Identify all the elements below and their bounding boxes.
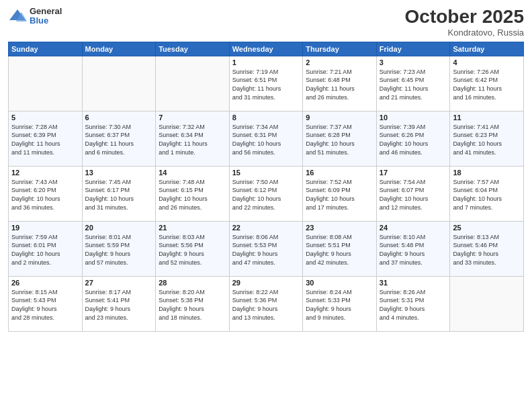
table-row: 20Sunrise: 8:01 AM Sunset: 5:59 PM Dayli… (82, 221, 156, 276)
day-number: 28 (159, 279, 226, 287)
day-info: Sunrise: 7:43 AM Sunset: 6:20 PM Dayligh… (11, 178, 79, 212)
table-row (82, 56, 156, 111)
day-number: 7 (159, 113, 226, 122)
table-row: 28Sunrise: 8:20 AM Sunset: 5:38 PM Dayli… (156, 276, 230, 331)
day-info: Sunrise: 7:57 AM Sunset: 6:04 PM Dayligh… (453, 178, 521, 212)
day-number: 4 (453, 58, 521, 66)
header-saturday: Saturday (450, 42, 524, 56)
day-info: Sunrise: 8:17 AM Sunset: 5:41 PM Dayligh… (85, 288, 153, 322)
table-row: 10Sunrise: 7:39 AM Sunset: 6:26 PM Dayli… (376, 111, 450, 166)
table-row: 31Sunrise: 8:26 AM Sunset: 5:31 PM Dayli… (376, 276, 450, 331)
day-info: Sunrise: 8:08 AM Sunset: 5:51 PM Dayligh… (306, 233, 373, 267)
day-number: 12 (11, 169, 79, 177)
table-row: 1Sunrise: 7:19 AM Sunset: 6:51 PM Daylig… (229, 56, 303, 111)
header-sunday: Sunday (9, 42, 83, 56)
month-title: October 2025 (405, 7, 524, 28)
table-row (9, 56, 83, 111)
day-number: 6 (85, 113, 153, 122)
calendar-week-5: 26Sunrise: 8:15 AM Sunset: 5:43 PM Dayli… (9, 276, 524, 331)
table-row: 15Sunrise: 7:50 AM Sunset: 6:12 PM Dayli… (229, 166, 303, 221)
table-row: 25Sunrise: 8:13 AM Sunset: 5:46 PM Dayli… (450, 221, 524, 276)
day-number: 26 (11, 279, 79, 287)
table-row: 23Sunrise: 8:08 AM Sunset: 5:51 PM Dayli… (303, 221, 377, 276)
table-row: 27Sunrise: 8:17 AM Sunset: 5:41 PM Dayli… (82, 276, 156, 331)
header-wednesday: Wednesday (229, 42, 303, 56)
day-info: Sunrise: 7:26 AM Sunset: 6:42 PM Dayligh… (453, 68, 521, 101)
day-info: Sunrise: 8:13 AM Sunset: 5:46 PM Dayligh… (453, 233, 521, 267)
day-number: 23 (306, 224, 373, 232)
calendar-week-3: 12Sunrise: 7:43 AM Sunset: 6:20 PM Dayli… (9, 166, 524, 221)
logo-icon (8, 7, 27, 26)
day-info: Sunrise: 8:24 AM Sunset: 5:33 PM Dayligh… (306, 288, 373, 322)
page-header: General Blue October 2025 Kondratovo, Ru… (8, 7, 524, 38)
table-row: 13Sunrise: 7:45 AM Sunset: 6:17 PM Dayli… (82, 166, 156, 221)
table-row: 29Sunrise: 8:22 AM Sunset: 5:36 PM Dayli… (229, 276, 303, 331)
table-row: 12Sunrise: 7:43 AM Sunset: 6:20 PM Dayli… (9, 166, 83, 221)
day-number: 10 (380, 113, 447, 122)
day-number: 3 (380, 58, 447, 66)
table-row: 8Sunrise: 7:34 AM Sunset: 6:31 PM Daylig… (229, 111, 303, 166)
day-number: 13 (85, 169, 153, 177)
day-info: Sunrise: 7:30 AM Sunset: 6:37 PM Dayligh… (85, 123, 153, 156)
day-info: Sunrise: 8:26 AM Sunset: 5:31 PM Dayligh… (380, 288, 447, 322)
logo-blue: Blue (30, 16, 62, 26)
day-info: Sunrise: 7:21 AM Sunset: 6:48 PM Dayligh… (306, 68, 373, 101)
day-info: Sunrise: 7:48 AM Sunset: 6:15 PM Dayligh… (159, 178, 226, 212)
day-info: Sunrise: 7:52 AM Sunset: 6:09 PM Dayligh… (306, 178, 373, 212)
table-row: 11Sunrise: 7:41 AM Sunset: 6:23 PM Dayli… (450, 111, 524, 166)
logo: General Blue (8, 7, 62, 26)
table-row: 6Sunrise: 7:30 AM Sunset: 6:37 PM Daylig… (82, 111, 156, 166)
table-row: 4Sunrise: 7:26 AM Sunset: 6:42 PM Daylig… (450, 56, 524, 111)
day-number: 14 (159, 169, 226, 177)
table-row: 7Sunrise: 7:32 AM Sunset: 6:34 PM Daylig… (156, 111, 230, 166)
table-row: 2Sunrise: 7:21 AM Sunset: 6:48 PM Daylig… (303, 56, 377, 111)
table-row: 14Sunrise: 7:48 AM Sunset: 6:15 PM Dayli… (156, 166, 230, 221)
day-number: 30 (306, 279, 373, 287)
calendar-header-row: Sunday Monday Tuesday Wednesday Thursday… (9, 42, 524, 56)
day-number: 8 (232, 113, 300, 122)
title-block: October 2025 Kondratovo, Russia (405, 7, 524, 38)
day-number: 9 (306, 113, 373, 122)
table-row: 22Sunrise: 8:06 AM Sunset: 5:53 PM Dayli… (229, 221, 303, 276)
table-row: 21Sunrise: 8:03 AM Sunset: 5:56 PM Dayli… (156, 221, 230, 276)
table-row: 5Sunrise: 7:28 AM Sunset: 6:39 PM Daylig… (9, 111, 83, 166)
day-number: 17 (380, 169, 447, 177)
calendar-week-1: 1Sunrise: 7:19 AM Sunset: 6:51 PM Daylig… (9, 56, 524, 111)
day-number: 11 (453, 113, 521, 122)
day-number: 22 (232, 224, 300, 232)
table-row: 16Sunrise: 7:52 AM Sunset: 6:09 PM Dayli… (303, 166, 377, 221)
day-info: Sunrise: 8:01 AM Sunset: 5:59 PM Dayligh… (85, 233, 153, 267)
calendar-week-4: 19Sunrise: 7:59 AM Sunset: 6:01 PM Dayli… (9, 221, 524, 276)
day-info: Sunrise: 8:15 AM Sunset: 5:43 PM Dayligh… (11, 288, 79, 322)
day-number: 31 (380, 279, 447, 287)
day-info: Sunrise: 7:32 AM Sunset: 6:34 PM Dayligh… (159, 123, 226, 156)
day-number: 1 (232, 58, 300, 66)
day-number: 18 (453, 169, 521, 177)
location: Kondratovo, Russia (405, 28, 524, 38)
day-number: 5 (11, 113, 79, 122)
day-info: Sunrise: 7:41 AM Sunset: 6:23 PM Dayligh… (453, 123, 521, 156)
day-info: Sunrise: 7:45 AM Sunset: 6:17 PM Dayligh… (85, 178, 153, 212)
day-info: Sunrise: 7:37 AM Sunset: 6:28 PM Dayligh… (306, 123, 373, 156)
header-monday: Monday (82, 42, 156, 56)
day-number: 29 (232, 279, 300, 287)
table-row: 24Sunrise: 8:10 AM Sunset: 5:48 PM Dayli… (376, 221, 450, 276)
day-number: 19 (11, 224, 79, 232)
day-number: 25 (453, 224, 521, 232)
day-number: 15 (232, 169, 300, 177)
table-row: 26Sunrise: 8:15 AM Sunset: 5:43 PM Dayli… (9, 276, 83, 331)
day-number: 21 (159, 224, 226, 232)
day-info: Sunrise: 7:34 AM Sunset: 6:31 PM Dayligh… (232, 123, 300, 156)
day-number: 27 (85, 279, 153, 287)
day-info: Sunrise: 7:28 AM Sunset: 6:39 PM Dayligh… (11, 123, 79, 156)
day-info: Sunrise: 8:03 AM Sunset: 5:56 PM Dayligh… (159, 233, 226, 267)
day-info: Sunrise: 8:10 AM Sunset: 5:48 PM Dayligh… (380, 233, 447, 267)
table-row: 9Sunrise: 7:37 AM Sunset: 6:28 PM Daylig… (303, 111, 377, 166)
table-row: 3Sunrise: 7:23 AM Sunset: 6:45 PM Daylig… (376, 56, 450, 111)
day-number: 20 (85, 224, 153, 232)
day-info: Sunrise: 8:06 AM Sunset: 5:53 PM Dayligh… (232, 233, 300, 267)
day-info: Sunrise: 7:39 AM Sunset: 6:26 PM Dayligh… (380, 123, 447, 156)
day-number: 24 (380, 224, 447, 232)
table-row (450, 276, 524, 331)
header-thursday: Thursday (303, 42, 377, 56)
